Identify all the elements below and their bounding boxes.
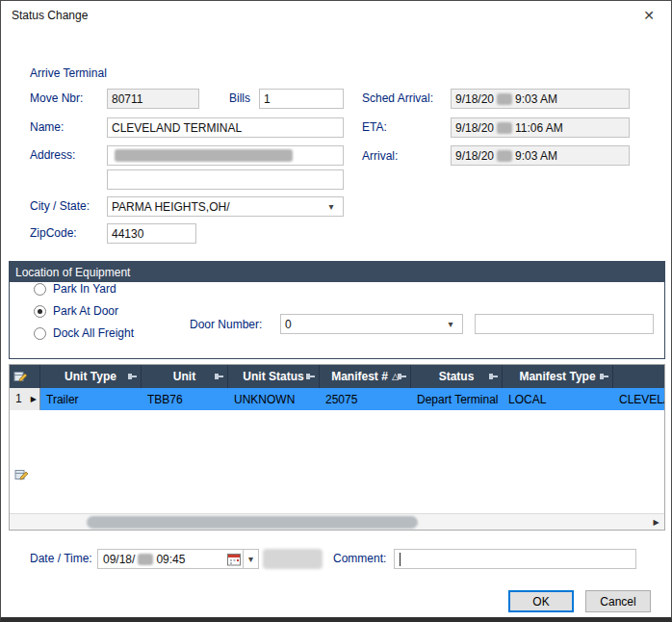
eta-date: 9/18/20 — [455, 121, 494, 135]
column-header-manifest[interactable]: Manifest # △ — [320, 365, 411, 388]
grid-corner-cell[interactable] — [10, 365, 40, 388]
radio-label: Park In Yard — [53, 282, 116, 296]
redaction — [497, 122, 512, 134]
grid-header-row: Unit Type Unit Unit Status Manifest # △ … — [10, 365, 664, 388]
pin-icon[interactable] — [215, 373, 223, 381]
status-change-dialog: Status Change ✕ Arrive Terminal Move Nbr… — [0, 0, 672, 622]
close-button[interactable]: ✕ — [627, 1, 671, 30]
redaction — [497, 150, 512, 162]
column-header-status[interactable]: Status — [411, 365, 503, 388]
comment-label: Comment: — [333, 552, 386, 565]
radio-dock-all-freight[interactable]: Dock All Freight — [34, 326, 134, 340]
cancel-button[interactable]: Cancel — [585, 590, 651, 612]
ok-button[interactable]: OK — [508, 590, 574, 612]
move-nbr-field[interactable]: 80711 — [107, 89, 199, 109]
row-number: 1 — [15, 392, 22, 405]
scroll-right-icon: ▶ — [653, 518, 659, 527]
door-number-extra-field[interactable] — [475, 314, 654, 334]
column-header-manifest-type[interactable]: Manifest Type — [503, 365, 613, 388]
sched-arrival-time: 9:03 AM — [515, 92, 557, 106]
sched-arrival-date: 9/18/20 — [455, 92, 494, 106]
pin-icon[interactable] — [128, 373, 137, 381]
pin-icon[interactable] — [600, 373, 608, 381]
text-cursor — [400, 553, 401, 566]
eta-label: ETA: — [362, 120, 387, 134]
cell-unit: TBB76 — [142, 388, 228, 410]
radio-icon — [34, 283, 46, 296]
chevron-down-icon[interactable]: ▾ — [323, 201, 339, 212]
dropdown-glyph: ▾ — [448, 319, 452, 329]
address-label: Address: — [30, 148, 75, 162]
name-field[interactable]: CLEVELAND TERMINAL — [107, 117, 344, 138]
chevron-down-icon[interactable]: ▾ — [443, 319, 458, 329]
radio-label: Dock All Freight — [53, 326, 134, 340]
cell-status: Depart Terminal — [411, 388, 503, 410]
arrival-label: Arrival: — [362, 149, 398, 163]
city-state-label: City / State: — [30, 199, 90, 213]
arrival-date: 9/18/20 — [455, 149, 494, 163]
title-bar[interactable]: Status Change ✕ — [1, 1, 671, 30]
door-number-value: 0 — [285, 318, 292, 331]
pin-icon[interactable] — [398, 373, 406, 381]
pin-icon[interactable] — [306, 373, 315, 381]
radio-icon — [34, 327, 46, 340]
move-nbr-label: Move Nbr: — [30, 91, 83, 105]
bills-label: Bills — [229, 91, 250, 105]
column-header-unit-status[interactable]: Unit Status — [228, 365, 320, 388]
column-header-unit-type[interactable]: Unit Type — [40, 365, 142, 388]
bills-field[interactable]: 1 — [259, 89, 344, 109]
group-header: Location of Equipment — [10, 262, 664, 282]
scrollbar-thumb[interactable] — [87, 516, 418, 529]
cell-unit-status: UNKNOWN — [228, 388, 320, 410]
datetime-dropdown-arrow[interactable]: ▾ — [243, 550, 258, 568]
calendar-icon[interactable] — [227, 553, 242, 566]
grid-band-icon[interactable] — [14, 468, 29, 485]
comment-field[interactable] — [394, 549, 636, 569]
dropdown-glyph: ▾ — [248, 554, 253, 564]
horizontal-scrollbar[interactable]: ▶ — [10, 513, 664, 530]
sched-arrival-field[interactable]: 9/18/20 9:03 AM — [451, 89, 630, 109]
pin-icon[interactable] — [489, 373, 498, 381]
section-arrive-terminal: Arrive Terminal — [30, 66, 107, 80]
name-value: CLEVELAND TERMINAL — [112, 121, 242, 135]
close-icon: ✕ — [643, 8, 655, 23]
name-label: Name: — [30, 120, 64, 134]
cell-manifest-type: LOCAL — [503, 388, 613, 410]
radio-label: Park At Door — [53, 304, 118, 318]
radio-selected-icon — [34, 305, 46, 318]
column-label: Manifest Type — [519, 370, 595, 383]
address-field[interactable] — [107, 145, 344, 166]
cell-unit-type: Trailer — [40, 388, 142, 410]
row-header[interactable]: 1 ▶ — [10, 388, 40, 410]
radio-park-at-door[interactable]: Park At Door — [34, 304, 118, 318]
zipcode-label: ZipCode: — [30, 226, 77, 240]
window-title: Status Change — [12, 9, 88, 22]
city-state-value: PARMA HEIGHTS,OH/ — [112, 200, 229, 214]
city-state-combo[interactable]: PARMA HEIGHTS,OH/ ▾ — [107, 196, 344, 217]
eta-field[interactable]: 9/18/20 11:06 AM — [451, 117, 630, 138]
redaction — [497, 93, 512, 105]
column-label: Status — [439, 370, 475, 383]
column-label: Unit Type — [65, 370, 116, 383]
door-number-combo[interactable]: 0 ▾ — [280, 314, 463, 334]
arrival-time: 9:03 AM — [515, 149, 557, 163]
group-title: Location of Equipment — [15, 266, 130, 279]
datetime-field[interactable]: 09/18/ 09:45 ▾ — [97, 549, 259, 569]
column-header-unit[interactable]: Unit — [142, 365, 228, 388]
radio-park-in-yard[interactable]: Park In Yard — [34, 282, 116, 296]
cell-extra: CLEVELANI — [613, 388, 664, 410]
scroll-right-button[interactable]: ▶ — [648, 514, 664, 530]
redaction — [115, 149, 293, 162]
redaction — [138, 554, 153, 565]
move-nbr-value: 80711 — [112, 92, 142, 106]
bills-value: 1 — [264, 92, 271, 106]
grid-row-1[interactable]: 1 ▶ Trailer TBB76 UNKNOWN 25075 Depart T… — [10, 388, 664, 410]
cell-manifest: 25075 — [320, 388, 411, 410]
address2-field[interactable] — [107, 169, 344, 190]
units-grid: Unit Type Unit Unit Status Manifest # △ … — [9, 364, 665, 531]
column-header-extra[interactable] — [613, 365, 664, 388]
zipcode-field[interactable]: 44130 — [107, 223, 196, 244]
sched-arrival-label: Sched Arrival: — [362, 91, 433, 105]
zipcode-value: 44130 — [112, 227, 143, 241]
arrival-field[interactable]: 9/18/20 9:03 AM — [451, 145, 630, 166]
